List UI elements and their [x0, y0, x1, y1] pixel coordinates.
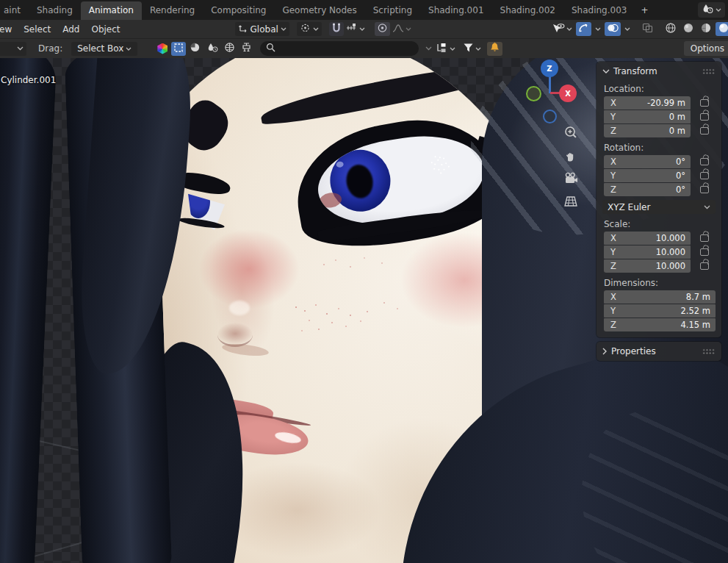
tab-shading-001[interactable]: Shading.001	[420, 1, 491, 20]
menu-object[interactable]: Object	[85, 24, 126, 35]
dimensions-x-row: X8.7 m	[597, 290, 721, 304]
axis-label: Z	[604, 320, 616, 330]
gizmo-x-axis[interactable]: X	[559, 85, 577, 102]
location-x-field[interactable]: X-20.99 m	[604, 96, 691, 110]
chevron-down-icon	[406, 27, 411, 31]
tab-rendering[interactable]: Rendering	[142, 1, 203, 20]
scale-x-field[interactable]: X10.000	[604, 232, 691, 245]
location-z-field[interactable]: Z0 m	[604, 124, 691, 137]
tab-animation[interactable]: Animation	[81, 1, 142, 20]
box-select-button[interactable]	[171, 42, 186, 56]
pan-hand-icon[interactable]	[561, 147, 580, 165]
panel-grip[interactable]	[702, 68, 716, 74]
location-x-row: X-20.99 m	[597, 96, 721, 110]
axis-value: 10.000	[616, 247, 691, 257]
gizmos-dropdown[interactable]	[593, 22, 603, 36]
grid-ortho-icon[interactable]	[561, 193, 580, 210]
droplet-clock-button[interactable]	[204, 42, 220, 56]
shading-solid-button[interactable]	[680, 22, 696, 36]
selectability-visibility-dropdown[interactable]	[549, 22, 574, 36]
lock-icon[interactable]	[700, 113, 709, 121]
add-workspace-button[interactable]: +	[635, 1, 654, 20]
search-input[interactable]	[279, 43, 392, 54]
filter-dropdown[interactable]	[461, 42, 483, 56]
panel-grip[interactable]	[702, 348, 716, 354]
snap-toggle[interactable]	[329, 22, 344, 36]
tab-compositing[interactable]: Compositing	[203, 1, 274, 20]
camera-view-icon[interactable]	[561, 170, 580, 187]
axis-label: Z	[604, 126, 616, 136]
axis-label: Y	[604, 112, 616, 122]
tool-settings-bar: Drag: Select Box	[0, 39, 728, 59]
transform-panel-header[interactable]: Transform	[597, 64, 721, 79]
tab-shading[interactable]: Shading	[29, 1, 81, 20]
lock-icon[interactable]	[700, 234, 709, 242]
rotation-x-field[interactable]: X0°	[604, 155, 691, 168]
dimensions-y-field[interactable]: Y2.52 m	[604, 304, 716, 318]
solid-shading-icon	[682, 22, 694, 36]
lock-icon[interactable]	[700, 172, 709, 179]
tool-history-dropdown[interactable]	[0, 42, 26, 56]
navigation-gizmo[interactable]: Z X	[522, 58, 589, 126]
tab-shading-002[interactable]: Shading.002	[492, 1, 563, 20]
transform-orientation-dropdown[interactable]: Global	[235, 22, 289, 36]
notifications-bell-button[interactable]	[487, 42, 502, 56]
globe-button[interactable]	[222, 42, 237, 56]
tab-geometry-nodes[interactable]: Geometry Nodes	[274, 1, 364, 20]
xray-toggle[interactable]	[640, 22, 655, 36]
search-box[interactable]	[260, 41, 419, 56]
lock-icon[interactable]	[700, 262, 709, 270]
menu-add[interactable]: Add	[57, 24, 85, 35]
gizmo-z-axis[interactable]: Z	[541, 60, 558, 77]
gizmo-y-axis[interactable]	[526, 86, 541, 101]
circle-quarter-button[interactable]	[187, 42, 203, 56]
menu-select[interactable]: Select	[18, 24, 57, 35]
tab-scripting[interactable]: Scripting	[365, 1, 420, 20]
dimensions-z-field[interactable]: Z4.15 m	[604, 318, 716, 331]
lock-icon[interactable]	[700, 127, 709, 135]
zoom-icon[interactable]	[561, 124, 580, 142]
tab-paint[interactable]: aint	[0, 1, 29, 20]
shading-rendered-button[interactable]	[716, 22, 728, 36]
hierarchy-dropdown[interactable]	[434, 42, 458, 56]
rotation-mode-dropdown[interactable]: XYZ Euler	[602, 200, 716, 214]
axis-label: Y	[604, 247, 616, 257]
lock-icon[interactable]	[700, 158, 709, 165]
shading-material-button[interactable]	[698, 22, 714, 36]
dimensions-label: Dimensions:	[597, 278, 721, 288]
lock-icon[interactable]	[700, 248, 709, 256]
gizmo-toggle-icon	[578, 23, 589, 36]
overlays-toggle[interactable]	[605, 22, 621, 36]
axis-label: X	[604, 233, 616, 243]
axis-value: 0 m	[616, 126, 691, 136]
snap-target-dropdown[interactable]	[344, 22, 367, 36]
proportional-edit-toggle[interactable]	[375, 22, 390, 36]
scale-z-field[interactable]: Z10.000	[604, 259, 691, 273]
transform-panel-title: Transform	[613, 66, 657, 76]
gizmo-z-label: Z	[547, 65, 552, 73]
location-y-field[interactable]: Y0 m	[604, 110, 691, 123]
search-options-dropdown[interactable]	[423, 42, 434, 56]
lock-icon[interactable]	[700, 186, 709, 193]
falloff-curve-dropdown[interactable]	[390, 22, 414, 36]
rotation-y-field[interactable]: Y0°	[604, 169, 691, 182]
drag-tool-dropdown[interactable]: Select Box	[71, 42, 137, 56]
properties-panel-header[interactable]: Properties	[597, 344, 721, 359]
menu-view[interactable]: ew	[0, 24, 18, 35]
overlays-dropdown[interactable]	[622, 22, 633, 36]
dimensions-x-field[interactable]: X8.7 m	[604, 290, 716, 304]
tab-shading-003[interactable]: Shading.003	[563, 1, 635, 20]
shading-wireframe-button[interactable]	[663, 22, 679, 36]
axis-value: 10.000	[616, 261, 691, 271]
mode-dropdown[interactable]	[698, 2, 725, 18]
gizmo-neg-z-axis[interactable]	[543, 110, 557, 123]
options-button[interactable]: Options	[684, 41, 728, 56]
rotation-z-field[interactable]: Z0°	[604, 183, 691, 196]
pivot-point-dropdown[interactable]	[297, 22, 322, 36]
scale-y-row: Y10.000	[597, 245, 721, 259]
lock-icon[interactable]	[700, 99, 709, 107]
hexagon-color-button[interactable]	[155, 42, 170, 56]
scale-y-field[interactable]: Y10.000	[604, 245, 691, 259]
clamp-button[interactable]	[239, 42, 254, 56]
gizmos-toggle[interactable]	[576, 22, 591, 36]
